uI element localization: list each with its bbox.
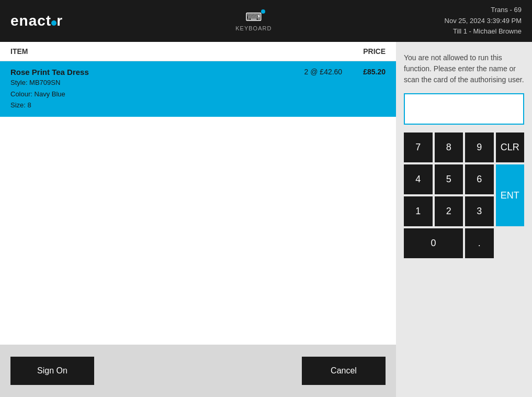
ent-button[interactable]: ENT <box>496 164 525 226</box>
num-4-button[interactable]: 4 <box>404 164 433 194</box>
header: enactr ⌨ KEYBOARD Trans - 69 Nov 25, 202… <box>0 0 532 42</box>
right-panel: You are not allowed to run this function… <box>396 42 532 397</box>
auth-message: You are not allowed to run this function… <box>404 52 524 85</box>
item-pricing: 2 @ £42.60 £85.20 <box>304 68 386 76</box>
keyboard-icon[interactable]: ⌨ <box>245 10 262 24</box>
num-9-button[interactable]: 9 <box>465 133 494 162</box>
numpad: 7 8 9 CLR 4 5 6 ENT 1 2 3 0 . <box>404 133 524 258</box>
item-colour: Colour: Navy Blue <box>10 89 304 100</box>
content-area <box>0 117 396 345</box>
item-total: £85.20 <box>363 68 386 76</box>
keyboard-indicator <box>261 9 265 14</box>
logo: enactr <box>10 13 63 29</box>
num-0-button[interactable]: 0 <box>404 228 463 258</box>
col-item-header: ITEM <box>10 47 28 56</box>
trans-date: Nov 25, 2024 3:39:49 PM <box>445 16 522 27</box>
item-qty: 2 @ £42.60 <box>304 68 343 76</box>
num-5-button[interactable]: 5 <box>435 164 463 194</box>
clr-button[interactable]: CLR <box>496 133 525 162</box>
keyboard-section[interactable]: ⌨ KEYBOARD <box>235 10 271 31</box>
cancel-button[interactable]: Cancel <box>302 357 386 385</box>
keyboard-label: KEYBOARD <box>235 25 271 31</box>
decimal-button[interactable]: . <box>465 228 494 258</box>
table-row[interactable]: Rose Print Tea Dress Style: MB709SN Colo… <box>0 61 396 117</box>
item-name: Rose Print Tea Dress <box>10 68 304 76</box>
till-info: Till 1 - Michael Browne <box>445 26 522 37</box>
item-style: Style: MB709SN <box>10 78 304 88</box>
transaction-info: Trans - 69 Nov 25, 2024 3:39:49 PM Till … <box>445 5 522 37</box>
left-panel: ITEM PRICE Rose Print Tea Dress Style: M… <box>0 42 396 397</box>
num-1-button[interactable]: 1 <box>404 196 433 226</box>
num-8-button[interactable]: 8 <box>435 133 463 162</box>
sign-on-button[interactable]: Sign On <box>10 357 94 385</box>
trans-id: Trans - 69 <box>445 5 522 16</box>
num-6-button[interactable]: 6 <box>465 164 494 194</box>
num-2-button[interactable]: 2 <box>435 196 463 226</box>
auth-input[interactable] <box>404 93 524 125</box>
col-price-header: PRICE <box>363 47 386 56</box>
item-details: Rose Print Tea Dress Style: MB709SN Colo… <box>10 68 304 111</box>
table-header: ITEM PRICE <box>0 42 396 61</box>
num-7-button[interactable]: 7 <box>404 133 433 162</box>
bottom-bar: Sign On Cancel <box>0 345 396 397</box>
item-size: Size: 8 <box>10 100 304 111</box>
num-3-button[interactable]: 3 <box>465 196 494 226</box>
logo-dot <box>51 20 56 26</box>
main-layout: ITEM PRICE Rose Print Tea Dress Style: M… <box>0 42 532 397</box>
